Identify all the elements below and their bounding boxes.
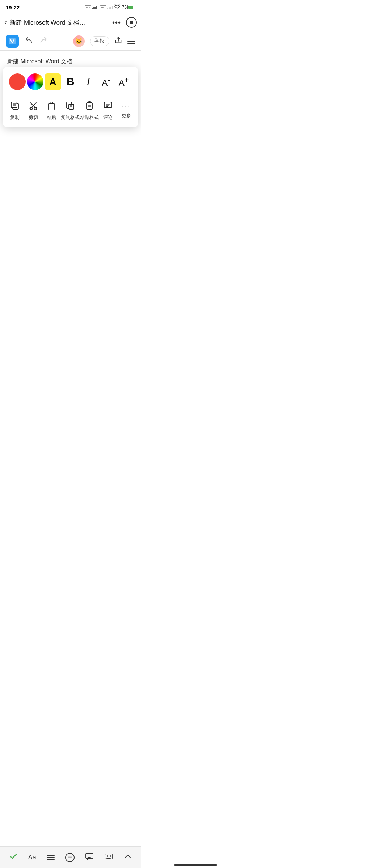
more-action[interactable]: ··· 更多 [117,103,135,119]
report-button[interactable]: 举报 [90,36,109,46]
paste-format-label: 粘贴格式 [80,114,99,121]
record-button[interactable] [126,17,137,28]
editor-toolbar: 🐱 举报 [0,32,141,51]
font-highlight-label: A [50,76,56,88]
title-bar: ‹ 新建 Microsoft Word 文档… ••• [0,13,141,32]
italic-label: I [87,76,90,88]
italic-button[interactable]: I [80,73,97,90]
more-options-button[interactable]: ••• [112,18,121,27]
document-title: 新建 Microsoft Word 文档… [10,18,112,27]
battery-icon [127,5,135,9]
avatar-emoji: 🐱 [75,38,83,44]
font-increase-label: A+ [119,76,129,88]
bold-label: B [67,76,75,88]
status-time: 19:22 [6,4,20,10]
app-logo [6,35,19,48]
toolbar-right: 🐱 举报 [73,35,135,47]
copy-format-action[interactable]: 复制格式 [61,101,80,121]
hd1-badge: HD [85,5,91,9]
paste-action[interactable]: 粘贴 [42,101,60,121]
font-size-decrease-button[interactable]: A- [98,73,114,90]
signal-bars-2 [107,5,113,9]
svg-rect-15 [87,103,92,109]
context-menu-popup: A B I A- A+ 复制 [3,67,138,127]
hd2-badge: HD [100,5,106,9]
status-icons: HD HD 75 [85,4,135,10]
text-color-button[interactable] [9,73,26,90]
copy-icon [10,101,20,112]
paste-icon [46,101,56,112]
document-heading: 新建 Microsoft Word 文档 [7,58,134,65]
copy-action[interactable]: 复制 [6,101,24,121]
signal-hd1: HD [85,5,97,9]
toolbar-left [6,35,48,48]
font-size-increase-button[interactable]: A+ [115,73,132,90]
record-icon [130,21,133,24]
comment-label: 评论 [103,114,113,121]
menu-line-1 [127,39,135,39]
battery-fill [128,6,133,9]
share-button[interactable] [114,36,122,46]
color-picker-button[interactable] [27,73,43,90]
back-button[interactable]: ‹ [4,18,7,27]
title-actions: ••• [112,17,137,28]
comment-action[interactable]: 评论 [99,101,117,121]
comment-icon [103,101,113,112]
cut-label: 剪切 [29,114,38,121]
context-menu-formatting: A B I A- A+ [3,71,138,95]
signal-bars-1 [92,5,97,9]
status-bar: 19:22 HD HD [0,0,141,13]
signal-hd2: HD [100,5,113,9]
svg-rect-10 [49,103,54,110]
hamburger-menu-button[interactable] [127,39,135,44]
user-avatar[interactable]: 🐱 [73,35,85,47]
copy-format-label: 复制格式 [61,114,80,121]
svg-rect-0 [9,38,16,44]
font-highlight-button[interactable]: A [45,73,61,90]
paste-format-icon [84,101,94,112]
cut-icon [28,101,38,112]
copy-format-icon [65,101,75,112]
paste-format-action[interactable]: 粘贴格式 [80,101,99,121]
more-label: 更多 [122,112,131,119]
menu-line-2 [127,41,135,42]
menu-line-3 [127,43,135,44]
more-icon: ··· [122,103,130,111]
battery-box: 75 [122,5,135,10]
redo-button[interactable] [39,36,48,47]
undo-button[interactable] [25,36,33,47]
cut-action[interactable]: 剪切 [24,101,42,121]
context-menu-actions: 复制 剪切 粘贴 [3,95,138,123]
logo-icon [8,37,16,45]
bold-button[interactable]: B [62,73,79,90]
svg-rect-2 [11,102,17,108]
copy-label: 复制 [10,114,20,121]
font-decrease-label: A- [102,76,110,88]
wifi-icon [114,4,121,10]
battery-text: 75 [122,5,127,10]
paste-label: 粘贴 [47,114,56,121]
